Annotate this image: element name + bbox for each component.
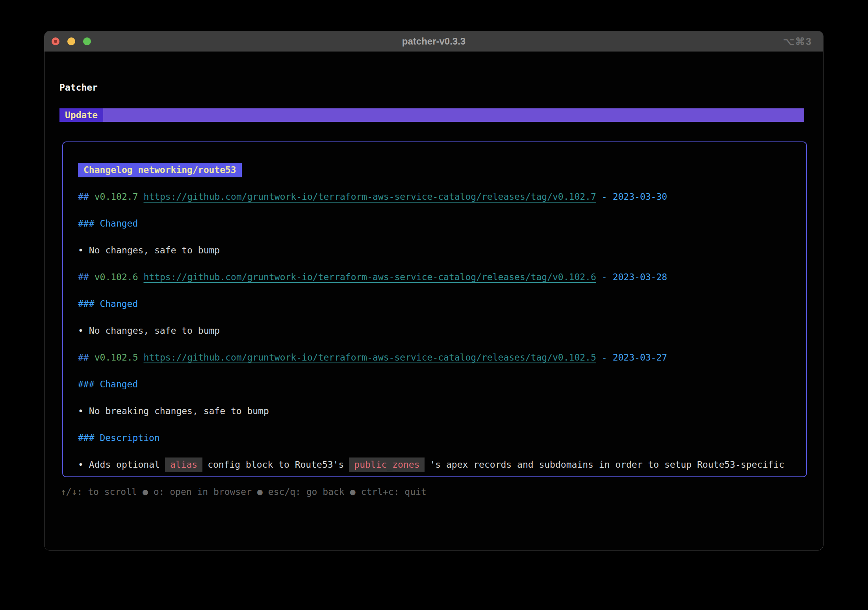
bullet-row: •No changes, safe to bump <box>63 317 806 344</box>
release-version: v0.102.6 <box>95 272 138 282</box>
window-titlebar[interactable]: patcher-v0.3.3 ⌥⌘3 <box>45 31 823 52</box>
date-separator: - <box>602 192 607 202</box>
tab-update[interactable]: Update <box>59 108 103 122</box>
changed-heading: ### Changed <box>78 218 138 229</box>
description-text-part: config block to Route53's <box>208 459 344 470</box>
md-h2-hashes: ## <box>78 352 89 363</box>
bullet-row: •Adds optionalaliasconfig block to Route… <box>63 451 806 477</box>
help-separator-icon: ● <box>257 486 263 497</box>
bullet-icon: • <box>78 459 83 470</box>
release-version: v0.102.7 <box>95 192 138 202</box>
help-item-quit: ctrl+c: quit <box>361 486 427 497</box>
description-heading: ### Description <box>78 433 160 443</box>
description-text-part: Adds optional <box>89 459 160 470</box>
release-link[interactable]: https://github.com/gruntwork-io/terrafor… <box>143 192 596 202</box>
window-title: patcher-v0.3.3 <box>45 31 823 51</box>
tab-bar-filler <box>103 108 804 122</box>
description-text-part: 's apex records and subdomains in order … <box>430 459 784 470</box>
help-item-back: esc/q: go back <box>268 486 345 497</box>
release-heading-row: ##v0.102.7https://github.com/gruntwork-i… <box>63 183 806 210</box>
bullet-text: No changes, safe to bump <box>89 325 220 336</box>
changelog-panel[interactable]: Changelog networking/route53 ##v0.102.7h… <box>62 141 807 477</box>
release-date: 2023-03-28 <box>613 272 667 282</box>
bullet-row: •No breaking changes, safe to bump <box>63 398 806 424</box>
changelog-header-row: Changelog networking/route53 <box>63 156 806 183</box>
bullet-icon: • <box>78 406 83 416</box>
inline-code-alias: alias <box>165 458 202 472</box>
changed-heading: ### Changed <box>78 299 138 309</box>
bullet-row: •No changes, safe to bump <box>63 237 806 264</box>
section-heading-row: ### Changed <box>63 371 806 398</box>
inline-code-public-zones: public_zones <box>349 458 425 472</box>
release-date: 2023-03-30 <box>613 192 667 202</box>
changed-heading: ### Changed <box>78 379 138 389</box>
tab-bar: Update <box>59 108 804 122</box>
release-heading-row: ##v0.102.6https://github.com/gruntwork-i… <box>63 264 806 290</box>
release-link[interactable]: https://github.com/gruntwork-io/terrafor… <box>143 272 596 282</box>
release-link[interactable]: https://github.com/gruntwork-io/terrafor… <box>143 352 596 363</box>
md-h2-hashes: ## <box>78 272 89 282</box>
window-shortcut-badge: ⌥⌘3 <box>783 31 812 52</box>
app-window: patcher-v0.3.3 ⌥⌘3 Patcher Update Change… <box>44 31 823 550</box>
help-item-open: o: open in browser <box>154 486 252 497</box>
bullet-text: No breaking changes, safe to bump <box>89 406 269 416</box>
release-date: 2023-03-27 <box>613 352 667 363</box>
md-h2-hashes: ## <box>78 192 89 202</box>
date-separator: - <box>602 352 607 363</box>
release-heading-row: ##v0.102.5https://github.com/gruntwork-i… <box>63 344 806 371</box>
help-separator-icon: ● <box>143 486 148 497</box>
section-heading-row: ### Changed <box>63 290 806 317</box>
changelog-title-badge: Changelog networking/route53 <box>78 163 242 177</box>
bullet-icon: • <box>78 245 83 255</box>
release-version: v0.102.5 <box>95 352 138 363</box>
date-separator: - <box>602 272 607 282</box>
help-bar: ↑/↓: to scroll ● o: open in browser ● es… <box>61 486 427 497</box>
section-heading-row: ### Description <box>63 424 806 451</box>
screen-background: patcher-v0.3.3 ⌥⌘3 Patcher Update Change… <box>0 0 868 610</box>
help-item-scroll: ↑/↓: to scroll <box>61 486 137 497</box>
bullet-text: No changes, safe to bump <box>89 245 220 255</box>
page-title: Patcher <box>59 82 98 93</box>
help-separator-icon: ● <box>350 486 356 497</box>
bullet-icon: • <box>78 325 83 336</box>
section-heading-row: ### Changed <box>63 210 806 237</box>
